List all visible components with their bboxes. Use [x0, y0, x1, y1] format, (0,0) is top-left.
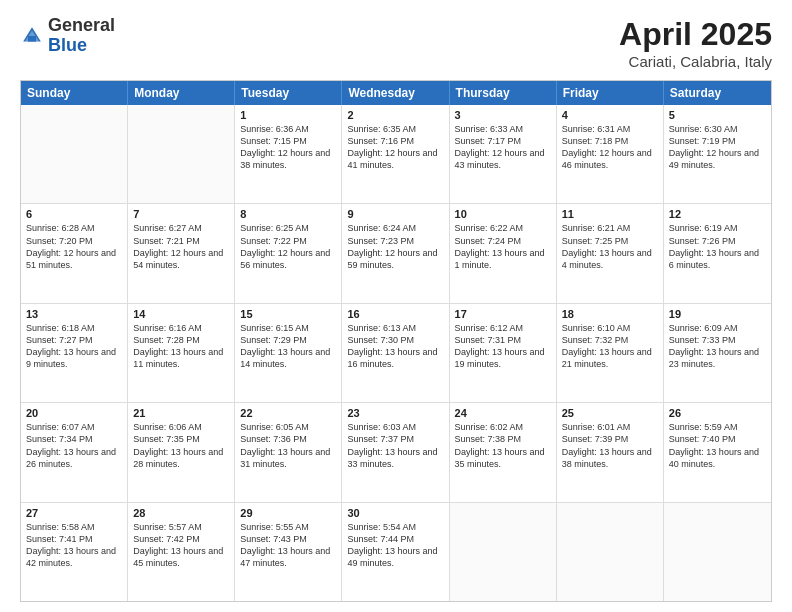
cell-info: Sunrise: 6:05 AM Sunset: 7:36 PM Dayligh…	[240, 421, 336, 470]
cell-info: Sunrise: 5:55 AM Sunset: 7:43 PM Dayligh…	[240, 521, 336, 570]
calendar-cell: 22Sunrise: 6:05 AM Sunset: 7:36 PM Dayli…	[235, 403, 342, 501]
cell-info: Sunrise: 6:09 AM Sunset: 7:33 PM Dayligh…	[669, 322, 766, 371]
calendar-cell: 18Sunrise: 6:10 AM Sunset: 7:32 PM Dayli…	[557, 304, 664, 402]
header-day-thursday: Thursday	[450, 81, 557, 105]
day-number: 21	[133, 407, 229, 419]
cell-info: Sunrise: 6:10 AM Sunset: 7:32 PM Dayligh…	[562, 322, 658, 371]
calendar-cell: 6Sunrise: 6:28 AM Sunset: 7:20 PM Daylig…	[21, 204, 128, 302]
calendar-cell: 25Sunrise: 6:01 AM Sunset: 7:39 PM Dayli…	[557, 403, 664, 501]
cell-info: Sunrise: 6:33 AM Sunset: 7:17 PM Dayligh…	[455, 123, 551, 172]
calendar-cell: 27Sunrise: 5:58 AM Sunset: 7:41 PM Dayli…	[21, 503, 128, 601]
calendar-cell: 26Sunrise: 5:59 AM Sunset: 7:40 PM Dayli…	[664, 403, 771, 501]
calendar-cell	[557, 503, 664, 601]
day-number: 25	[562, 407, 658, 419]
day-number: 26	[669, 407, 766, 419]
calendar-cell: 2Sunrise: 6:35 AM Sunset: 7:16 PM Daylig…	[342, 105, 449, 203]
calendar-cell: 7Sunrise: 6:27 AM Sunset: 7:21 PM Daylig…	[128, 204, 235, 302]
day-number: 14	[133, 308, 229, 320]
cell-info: Sunrise: 6:19 AM Sunset: 7:26 PM Dayligh…	[669, 222, 766, 271]
calendar-cell: 1Sunrise: 6:36 AM Sunset: 7:15 PM Daylig…	[235, 105, 342, 203]
day-number: 8	[240, 208, 336, 220]
calendar-cell: 29Sunrise: 5:55 AM Sunset: 7:43 PM Dayli…	[235, 503, 342, 601]
calendar-cell: 16Sunrise: 6:13 AM Sunset: 7:30 PM Dayli…	[342, 304, 449, 402]
cell-info: Sunrise: 5:59 AM Sunset: 7:40 PM Dayligh…	[669, 421, 766, 470]
calendar-cell: 24Sunrise: 6:02 AM Sunset: 7:38 PM Dayli…	[450, 403, 557, 501]
day-number: 20	[26, 407, 122, 419]
calendar-cell: 23Sunrise: 6:03 AM Sunset: 7:37 PM Dayli…	[342, 403, 449, 501]
cell-info: Sunrise: 6:22 AM Sunset: 7:24 PM Dayligh…	[455, 222, 551, 271]
cell-info: Sunrise: 6:01 AM Sunset: 7:39 PM Dayligh…	[562, 421, 658, 470]
header-day-wednesday: Wednesday	[342, 81, 449, 105]
day-number: 19	[669, 308, 766, 320]
day-number: 11	[562, 208, 658, 220]
cell-info: Sunrise: 5:57 AM Sunset: 7:42 PM Dayligh…	[133, 521, 229, 570]
cell-info: Sunrise: 6:31 AM Sunset: 7:18 PM Dayligh…	[562, 123, 658, 172]
cell-info: Sunrise: 6:18 AM Sunset: 7:27 PM Dayligh…	[26, 322, 122, 371]
cell-info: Sunrise: 6:24 AM Sunset: 7:23 PM Dayligh…	[347, 222, 443, 271]
cell-info: Sunrise: 6:25 AM Sunset: 7:22 PM Dayligh…	[240, 222, 336, 271]
day-number: 13	[26, 308, 122, 320]
calendar-cell: 5Sunrise: 6:30 AM Sunset: 7:19 PM Daylig…	[664, 105, 771, 203]
day-number: 9	[347, 208, 443, 220]
day-number: 17	[455, 308, 551, 320]
header-day-friday: Friday	[557, 81, 664, 105]
day-number: 5	[669, 109, 766, 121]
logo-general-text: General	[48, 15, 115, 35]
header-day-saturday: Saturday	[664, 81, 771, 105]
calendar-cell: 30Sunrise: 5:54 AM Sunset: 7:44 PM Dayli…	[342, 503, 449, 601]
day-number: 16	[347, 308, 443, 320]
calendar-cell: 17Sunrise: 6:12 AM Sunset: 7:31 PM Dayli…	[450, 304, 557, 402]
cell-info: Sunrise: 6:36 AM Sunset: 7:15 PM Dayligh…	[240, 123, 336, 172]
day-number: 23	[347, 407, 443, 419]
calendar-row-1: 6Sunrise: 6:28 AM Sunset: 7:20 PM Daylig…	[21, 204, 771, 303]
calendar-cell	[664, 503, 771, 601]
day-number: 30	[347, 507, 443, 519]
header: General Blue April 2025 Cariati, Calabri…	[20, 16, 772, 70]
cell-info: Sunrise: 6:02 AM Sunset: 7:38 PM Dayligh…	[455, 421, 551, 470]
calendar-header: SundayMondayTuesdayWednesdayThursdayFrid…	[21, 81, 771, 105]
calendar-cell: 12Sunrise: 6:19 AM Sunset: 7:26 PM Dayli…	[664, 204, 771, 302]
svg-rect-2	[28, 36, 36, 42]
calendar-cell: 13Sunrise: 6:18 AM Sunset: 7:27 PM Dayli…	[21, 304, 128, 402]
calendar-row-3: 20Sunrise: 6:07 AM Sunset: 7:34 PM Dayli…	[21, 403, 771, 502]
calendar-cell: 9Sunrise: 6:24 AM Sunset: 7:23 PM Daylig…	[342, 204, 449, 302]
calendar-cell: 20Sunrise: 6:07 AM Sunset: 7:34 PM Dayli…	[21, 403, 128, 501]
day-number: 10	[455, 208, 551, 220]
calendar-cell: 21Sunrise: 6:06 AM Sunset: 7:35 PM Dayli…	[128, 403, 235, 501]
logo: General Blue	[20, 16, 115, 56]
calendar-cell: 8Sunrise: 6:25 AM Sunset: 7:22 PM Daylig…	[235, 204, 342, 302]
day-number: 2	[347, 109, 443, 121]
calendar-row-2: 13Sunrise: 6:18 AM Sunset: 7:27 PM Dayli…	[21, 304, 771, 403]
day-number: 22	[240, 407, 336, 419]
calendar-row-0: 1Sunrise: 6:36 AM Sunset: 7:15 PM Daylig…	[21, 105, 771, 204]
cell-info: Sunrise: 6:12 AM Sunset: 7:31 PM Dayligh…	[455, 322, 551, 371]
location: Cariati, Calabria, Italy	[619, 53, 772, 70]
calendar-cell	[21, 105, 128, 203]
cell-info: Sunrise: 6:13 AM Sunset: 7:30 PM Dayligh…	[347, 322, 443, 371]
calendar-cell: 11Sunrise: 6:21 AM Sunset: 7:25 PM Dayli…	[557, 204, 664, 302]
header-day-tuesday: Tuesday	[235, 81, 342, 105]
cell-info: Sunrise: 6:16 AM Sunset: 7:28 PM Dayligh…	[133, 322, 229, 371]
calendar-cell	[450, 503, 557, 601]
cell-info: Sunrise: 6:03 AM Sunset: 7:37 PM Dayligh…	[347, 421, 443, 470]
calendar-cell: 14Sunrise: 6:16 AM Sunset: 7:28 PM Dayli…	[128, 304, 235, 402]
cell-info: Sunrise: 6:07 AM Sunset: 7:34 PM Dayligh…	[26, 421, 122, 470]
day-number: 18	[562, 308, 658, 320]
cell-info: Sunrise: 6:35 AM Sunset: 7:16 PM Dayligh…	[347, 123, 443, 172]
day-number: 7	[133, 208, 229, 220]
calendar-row-4: 27Sunrise: 5:58 AM Sunset: 7:41 PM Dayli…	[21, 503, 771, 601]
day-number: 3	[455, 109, 551, 121]
page: General Blue April 2025 Cariati, Calabri…	[0, 0, 792, 612]
day-number: 24	[455, 407, 551, 419]
cell-info: Sunrise: 6:06 AM Sunset: 7:35 PM Dayligh…	[133, 421, 229, 470]
header-day-monday: Monday	[128, 81, 235, 105]
title-block: April 2025 Cariati, Calabria, Italy	[619, 16, 772, 70]
day-number: 1	[240, 109, 336, 121]
day-number: 6	[26, 208, 122, 220]
day-number: 28	[133, 507, 229, 519]
calendar: SundayMondayTuesdayWednesdayThursdayFrid…	[20, 80, 772, 602]
calendar-cell: 10Sunrise: 6:22 AM Sunset: 7:24 PM Dayli…	[450, 204, 557, 302]
day-number: 27	[26, 507, 122, 519]
calendar-cell: 19Sunrise: 6:09 AM Sunset: 7:33 PM Dayli…	[664, 304, 771, 402]
logo-icon	[20, 24, 44, 48]
